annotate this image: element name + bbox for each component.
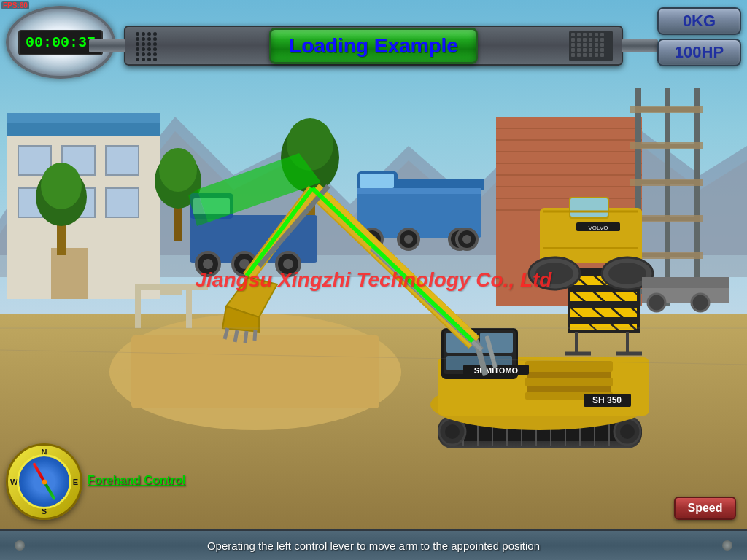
- screw-left: [15, 540, 25, 551]
- compass-outer: N S E W: [6, 443, 82, 520]
- screw-right: [722, 540, 732, 551]
- bottom-message: Operating the left control lever to move…: [34, 540, 713, 552]
- forehand-control-label: Forehand Control: [88, 474, 185, 487]
- game-viewport: VOLVO: [0, 0, 747, 560]
- compass-widget: N S E W: [6, 443, 82, 520]
- hud-bottom: Operating the left control lever to move…: [0, 529, 747, 560]
- compass-center-dot: [42, 479, 47, 484]
- compass-east: E: [73, 478, 78, 486]
- compass-inner: [17, 454, 71, 509]
- fps-display: FPS:60: [1, 1, 29, 9]
- speed-button[interactable]: Speed: [674, 497, 736, 520]
